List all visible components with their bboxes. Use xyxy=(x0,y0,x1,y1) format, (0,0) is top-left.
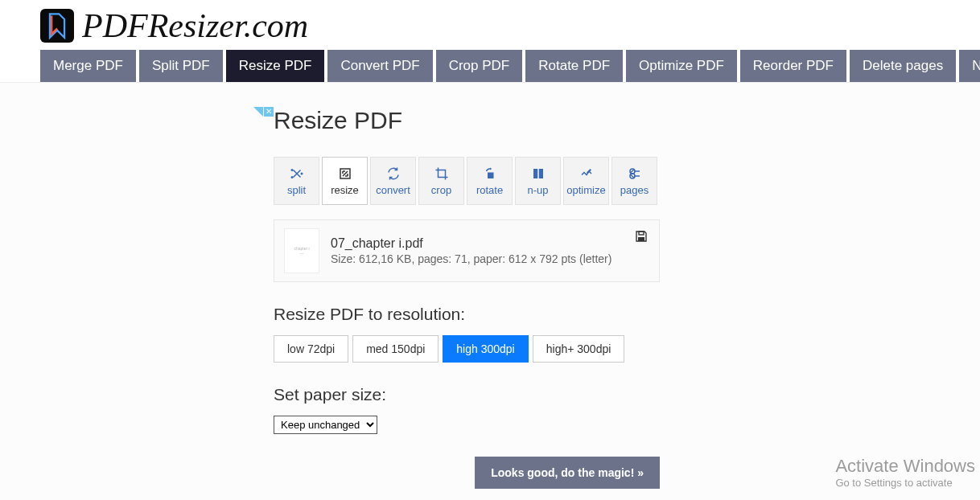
nav-delete-pages[interactable]: Delete pages xyxy=(850,50,956,82)
svg-rect-6 xyxy=(538,169,542,178)
op-split[interactable]: split xyxy=(274,157,319,205)
resolution-heading: Resize PDF to resolution: xyxy=(274,305,660,324)
nav-crop-pdf[interactable]: Crop PDF xyxy=(436,50,523,82)
nav-merge-pdf[interactable]: Merge PDF xyxy=(40,50,136,82)
svg-rect-5 xyxy=(533,169,537,178)
paper-size-select[interactable]: Keep unchanged xyxy=(274,416,377,434)
paper-heading: Set paper size: xyxy=(274,385,660,404)
op-label: optimize xyxy=(566,184,605,196)
op-rotate[interactable]: rotate xyxy=(467,157,513,205)
resolution-med-150dpi[interactable]: med 150dpi xyxy=(352,335,439,363)
op-crop[interactable]: crop xyxy=(418,157,464,205)
svg-rect-10 xyxy=(638,237,644,241)
main-panel: Resize PDF splitresizeconvertcroprotaten… xyxy=(274,107,660,500)
op-label: crop xyxy=(431,184,451,196)
op-resize[interactable]: resize xyxy=(322,157,368,205)
op-nup[interactable]: n-up xyxy=(515,157,561,205)
resolution-options: low 72dpimed 150dpihigh 300dpihigh+ 300d… xyxy=(274,335,660,363)
op-pages[interactable]: pages xyxy=(611,157,657,205)
op-convert[interactable]: convert xyxy=(370,157,416,205)
op-label: convert xyxy=(376,184,410,196)
file-info-box: chapter i— 07_chapter i.pdf Size: 612,16… xyxy=(274,219,660,282)
svg-point-0 xyxy=(290,169,293,171)
file-text: 07_chapter i.pdf Size: 612,16 KB, pages:… xyxy=(331,236,611,265)
watermark-sub: Go to Settings to activate xyxy=(835,477,975,489)
brand-title[interactable]: PDFResizer.com xyxy=(82,6,308,45)
nav-resize-pdf[interactable]: Resize PDF xyxy=(226,50,325,82)
ad-marker[interactable]: ✕ xyxy=(253,107,274,117)
nav-reorder-pdf[interactable]: Reorder PDF xyxy=(740,50,846,82)
resolution-high-300dpi[interactable]: high 300dpi xyxy=(443,335,528,363)
ad-close-icon[interactable]: ✕ xyxy=(264,107,274,117)
op-label: pages xyxy=(620,184,649,196)
logo-icon[interactable] xyxy=(40,9,74,43)
svg-rect-9 xyxy=(639,232,644,235)
ad-column: ✕ xyxy=(40,107,274,500)
watermark-title: Activate Windows xyxy=(835,456,975,477)
file-name: 07_chapter i.pdf xyxy=(331,236,611,251)
resolution-high+-300dpi[interactable]: high+ 300dpi xyxy=(533,335,625,363)
op-optimize[interactable]: optimize xyxy=(563,157,609,205)
nav-optimize-pdf[interactable]: Optimize PDF xyxy=(626,50,737,82)
svg-rect-4 xyxy=(488,172,494,178)
main-nav: Merge PDFSplit PDFResize PDFConvert PDFC… xyxy=(0,50,980,83)
submit-button[interactable]: Looks good, do the magic! » xyxy=(475,457,660,489)
op-label: n-up xyxy=(527,184,548,196)
nav-rotate-pdf[interactable]: Rotate PDF xyxy=(525,50,623,82)
op-label: rotate xyxy=(476,184,503,196)
pdf-thumbnail: chapter i— xyxy=(284,228,319,273)
op-label: split xyxy=(287,184,306,196)
nav-convert-pdf[interactable]: Convert PDF xyxy=(327,50,432,82)
nav-split-pdf[interactable]: Split PDF xyxy=(139,50,223,82)
file-meta: Size: 612,16 KB, pages: 71, paper: 612 x… xyxy=(331,252,611,265)
save-icon[interactable] xyxy=(635,230,648,246)
content: ✕ Resize PDF splitresizeconvertcroprotat… xyxy=(0,83,980,500)
header: PDFResizer.com xyxy=(0,0,980,50)
svg-point-1 xyxy=(290,176,293,178)
op-label: resize xyxy=(331,184,359,196)
adchoices-icon[interactable] xyxy=(253,107,263,117)
windows-watermark: Activate Windows Go to Settings to activ… xyxy=(835,456,975,489)
resolution-low-72dpi[interactable]: low 72dpi xyxy=(274,335,348,363)
svg-point-2 xyxy=(300,172,303,174)
nav-n-up[interactable]: N-UP xyxy=(959,50,980,82)
page-title: Resize PDF xyxy=(274,107,660,134)
operation-bar: splitresizeconvertcroprotaten-upoptimize… xyxy=(274,157,660,205)
